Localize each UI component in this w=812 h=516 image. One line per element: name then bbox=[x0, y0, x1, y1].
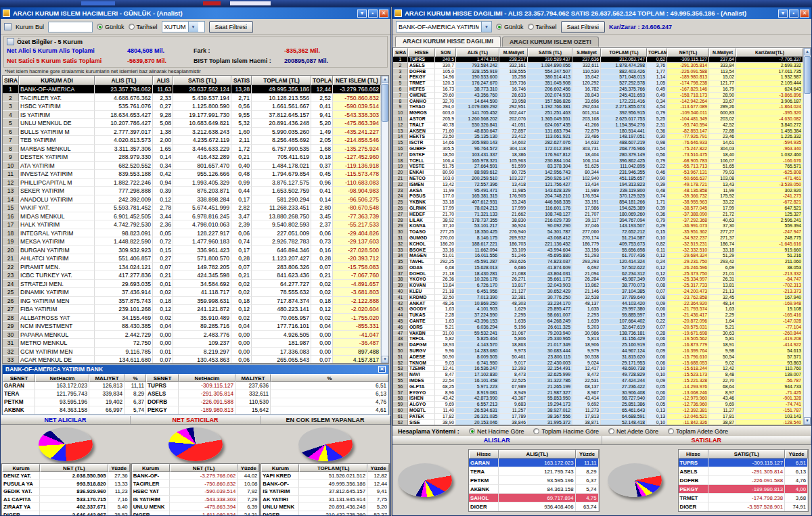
table-row[interactable]: TUPRS-309.115.1276,51 bbox=[679, 459, 809, 467]
table-row[interactable]: 55IMDES22,5416.101.45822,52531.322.78622… bbox=[393, 378, 803, 384]
table-row[interactable]: BANK-OF--3.279.768.06244,02 bbox=[132, 472, 260, 480]
table-row[interactable]: PEKGY-189.980.8134,00 bbox=[679, 485, 809, 494]
table-row[interactable]: 14HEKTS23,5035.135.13023,412113.061.9212… bbox=[393, 134, 803, 140]
maximize-button[interactable]: ▪ bbox=[789, 9, 798, 18]
table-row[interactable]: PUSULA YA993.518.82013,33 bbox=[2, 480, 130, 488]
table-row[interactable]: 24PGSUS177,0165.381.315176,905204.748.21… bbox=[393, 193, 803, 200]
table-row[interactable]: 61PATEK17,8226.321.03517,78938.367.55617… bbox=[393, 414, 803, 420]
tarihsel-radio[interactable]: Tarihsel bbox=[528, 24, 557, 30]
table-row[interactable]: 43GOODY1,634.101.9031,62925.895.4771,635… bbox=[393, 306, 803, 312]
table-row[interactable]: 42ANKAT48,2610.869.25048,30333.234.17048… bbox=[393, 301, 803, 307]
table-row[interactable]: 13AKSEN71,6048.830.64772,857131.683.7947… bbox=[393, 128, 803, 135]
table-row[interactable]: 19MEKSA YATIRIM1.448.822.5900,721.477.96… bbox=[3, 237, 381, 246]
table-row[interactable]: 22ISMEN13,4272.557.39613,418121.756.4271… bbox=[393, 182, 803, 188]
table-row[interactable]: 9DESTEK YATIRIM288.979.3300,14416.432.28… bbox=[3, 153, 381, 162]
table-row[interactable]: A1 CAPITA533.170.7157,16 bbox=[2, 496, 130, 504]
table-row[interactable]: 5TRMET120,3176.247.670119,736351.045.908… bbox=[393, 80, 803, 87]
table-row[interactable]: 44TUKAS2,2837.224.5902,29558.661.0072,29… bbox=[393, 312, 803, 319]
left-window-titlebar[interactable]: ARACI KURUM ISLEM HACIMLERI - GÜNLÜK - (… bbox=[1, 7, 390, 19]
table-row[interactable]: 27HEDEF21,7071.321.13321,662108.748.1272… bbox=[393, 212, 803, 218]
saat-filtresi-button[interactable]: Saat Filtresi bbox=[209, 21, 254, 33]
table-row[interactable]: 32GCM YATIRIM MEN9.116.7850,018.219.2970… bbox=[3, 348, 381, 356]
table-row[interactable]: 10MGROS603,0141.705.452602,447251.251.46… bbox=[393, 110, 803, 116]
table-row[interactable]: 58ISHEN43,4242.873.99043,36755.853.95043… bbox=[393, 396, 803, 402]
table-row[interactable]: 17HALK YATIRIM4.742.792.5302,364.798.010… bbox=[3, 220, 381, 229]
tab-islem-ozeti[interactable]: ARACI KURUM ISLEM OZETI bbox=[502, 37, 599, 47]
table-row[interactable]: BANK-OF-49.995.356.18612,44 bbox=[261, 480, 389, 488]
table-row[interactable]: 3HSBC YATIRIM535.761.0760,271.125.800.59… bbox=[3, 102, 381, 111]
table-row[interactable]: DOFRB-226.091.5884,76 bbox=[679, 476, 809, 485]
table-row[interactable]: 29KONYA37,1053.101.21736,92490.092.29037… bbox=[393, 223, 803, 229]
table-row[interactable]: GARAN163.172.023126,81311,11TUPRS-309.11… bbox=[3, 382, 388, 390]
table-row[interactable]: 12TRALT40,78530.326.84141,051624.067.435… bbox=[393, 122, 803, 128]
table-row[interactable]: 24STRATEJI MEN.29.693.0350,0134.584.6920… bbox=[3, 280, 381, 289]
calc-method-radio[interactable]: Toplam Adete Göre bbox=[668, 428, 728, 435]
table-row[interactable]: 26GLRMK17,9978.024.21317,999116.601.1761… bbox=[393, 206, 803, 212]
table-row[interactable]: 4IS YATIRIM18.634.653.4279,2819.177.991.… bbox=[3, 111, 381, 120]
table-row[interactable]: 15VAKIF YAT.5.593.781.4522,785.674.451.9… bbox=[3, 204, 381, 212]
table-row[interactable]: 13SEKER YATIRIM777.298.8880,39876.203.87… bbox=[3, 187, 381, 195]
scroll-up-icon[interactable]: ▲ bbox=[382, 76, 388, 83]
table-row[interactable]: 1BANK-OF-AMERICA23.357.794.06211,6326.63… bbox=[3, 85, 381, 94]
scroll-down-icon[interactable]: ▼ bbox=[382, 356, 388, 363]
table-row[interactable]: 19VESTE51,7527.664.59151,59983.378.30451… bbox=[393, 164, 803, 170]
tab-hisse-dagilimi[interactable]: ARACI KURUM HISSE DAGILIMI bbox=[395, 36, 501, 47]
table-row[interactable]: ZIRAAT YA402.337.6715,40 bbox=[2, 503, 130, 511]
gunluk-radio[interactable]: Günlük bbox=[496, 24, 524, 30]
table-row[interactable]: 50SURGV9,9614.283.6809,97330.683.4449,97… bbox=[393, 348, 803, 354]
kurum-bul-input[interactable] bbox=[48, 22, 93, 32]
table-row[interactable]: 6BULLS YATIRIM M2.777.397.0171,383.212.6… bbox=[3, 128, 381, 137]
table-row[interactable]: 22PIRAMIT MEN.134.024.1210,07149.782.205… bbox=[3, 263, 381, 272]
table-row[interactable]: DIGER-1.811.080.53424,31 bbox=[132, 511, 260, 516]
table-row[interactable]: 40KLEU21,186.451.95621,12730.652.42921,1… bbox=[393, 289, 803, 295]
table-row[interactable]: 12PHILLIPCAPITAL M1.882.722.2460,941.993… bbox=[3, 179, 381, 187]
table-row[interactable]: 2ASELS330,7793.584.242332,1611.084.890.0… bbox=[393, 63, 803, 69]
table-row[interactable]: IS YATIRIM-543.338.3037,29 bbox=[132, 496, 260, 504]
table-row[interactable]: 52TKNOM9,036.741.9509,01722.430.0039,024… bbox=[393, 360, 803, 367]
table-row[interactable]: 16MIDAS MENKUL6.901.452.5053,446.978.816… bbox=[3, 212, 381, 221]
scrollbar-thumb[interactable] bbox=[382, 84, 388, 122]
table-row[interactable]: 18TCELL106,4165.978.321105,963230.884.10… bbox=[393, 158, 803, 164]
right-window-titlebar[interactable]: ARACI KURUM HISSE DAGILIMI - ALIS 23.357… bbox=[392, 7, 811, 19]
table-row[interactable]: 25YKBNK33,18407.612.93133,248446.568.335… bbox=[393, 200, 803, 206]
table-row[interactable]: PETKM93.595.19619,4026,37DOFRB-226.091.5… bbox=[3, 398, 388, 406]
table-row[interactable]: 38YKGYO26,3610.326.17626,27135.661.17326… bbox=[393, 277, 803, 283]
table-row[interactable]: 30TOASO277,2518.350.425276,94054.301.787… bbox=[393, 229, 803, 235]
table-row[interactable]: ASELS-291.305.8146,13 bbox=[679, 467, 809, 476]
table-row[interactable]: 35TAVHL292,2545.591.287293,62674.823.037… bbox=[393, 259, 803, 265]
table-row[interactable]: 57EYGYO8,968.919.0818,94921.987.3278,967… bbox=[393, 390, 803, 396]
index-select[interactable]: XUTUM▼ bbox=[162, 21, 205, 32]
table-row[interactable]: DENIZ YAT.2.038.550.50527,36 bbox=[2, 472, 130, 480]
table-row[interactable]: 9THYAO294,01.079.089.292292,9511.192.766… bbox=[393, 104, 803, 110]
table-row[interactable]: GARAN163.172.02311,11 bbox=[469, 459, 599, 467]
table-row[interactable]: 26ING YATIRIM MEN357.875.7430,18359.998.… bbox=[3, 297, 381, 306]
table-row[interactable]: 8CANHO32,7014.644.59033,958157.586.82633… bbox=[393, 99, 803, 105]
table-row[interactable]: 56GLPTA68,255.971.22367,98921.265.19968,… bbox=[393, 384, 803, 390]
table-row[interactable]: 31METRO MENKUL72.7500,00109.2370,00181.9… bbox=[3, 339, 381, 348]
gunluk-radio[interactable]: Günlük bbox=[97, 24, 125, 30]
table-row[interactable]: 47VAKBN31,0059.532.24131,06779.203.94030… bbox=[393, 331, 803, 337]
table-row[interactable]: DIGER210.432.735.39052,37 bbox=[261, 511, 389, 516]
table-row[interactable]: HSBC YAT-590.039.5147,92 bbox=[132, 488, 260, 496]
table-row[interactable]: 4PEKGY14,96190.533.60015,258380.514.4131… bbox=[393, 74, 803, 80]
saat-filtresi-button[interactable]: Saat Filtresi bbox=[561, 21, 606, 33]
table-row[interactable]: 6HEFES16,7338.773.31016,746206.602.45616… bbox=[393, 87, 803, 93]
table-row[interactable]: 20ENKAI80,9088.989.61280,725142.956.7438… bbox=[393, 170, 803, 176]
table-row[interactable]: 23ICBC TURKEY YAT.417.277.8360,21424.345… bbox=[3, 271, 381, 280]
scroll-up-icon[interactable]: ▲ bbox=[804, 48, 811, 55]
calc-method-radio[interactable]: Toplam Hacime Göre bbox=[533, 428, 599, 435]
table-row[interactable]: UNLU MENK20.891.436.2485,20 bbox=[261, 503, 389, 511]
close-button[interactable]: ✕ bbox=[379, 9, 388, 18]
table-row[interactable]: 1TUPRS240,51.474.310238,217310.589.43723… bbox=[393, 57, 803, 63]
table-row[interactable]: AKBNK84.363.15866,9975,74PEKGY-189.980.8… bbox=[3, 406, 388, 415]
table-row[interactable]: 28LILAK38,92178.737.35538,830216.029.739… bbox=[393, 218, 803, 224]
table-row[interactable]: TACIRLER-750.860.83210,08 bbox=[132, 480, 260, 488]
table-row[interactable]: 15ISCTR14,66205.980.14314,602282.627.076… bbox=[393, 140, 803, 146]
minimize-button[interactable]: ▾ bbox=[357, 9, 367, 18]
table-row[interactable]: 29NCM INVESTMENT88.430.3850,0489.285.716… bbox=[3, 322, 381, 331]
table-row[interactable]: 16GUBRF305,596.764.572304,118172.012.394… bbox=[393, 146, 803, 152]
table-row[interactable]: 2TACIRLER YAT.4.688.676.3622,335.439.537… bbox=[3, 94, 381, 103]
table-row[interactable]: 25DINAMIK YATIRIM37.436.9140,0241.118.71… bbox=[3, 288, 381, 297]
table-row[interactable]: 21AHLATCI YATIRIM551.406.8570,27571.800.… bbox=[3, 254, 381, 263]
scrollbar-thumb[interactable] bbox=[804, 56, 811, 94]
